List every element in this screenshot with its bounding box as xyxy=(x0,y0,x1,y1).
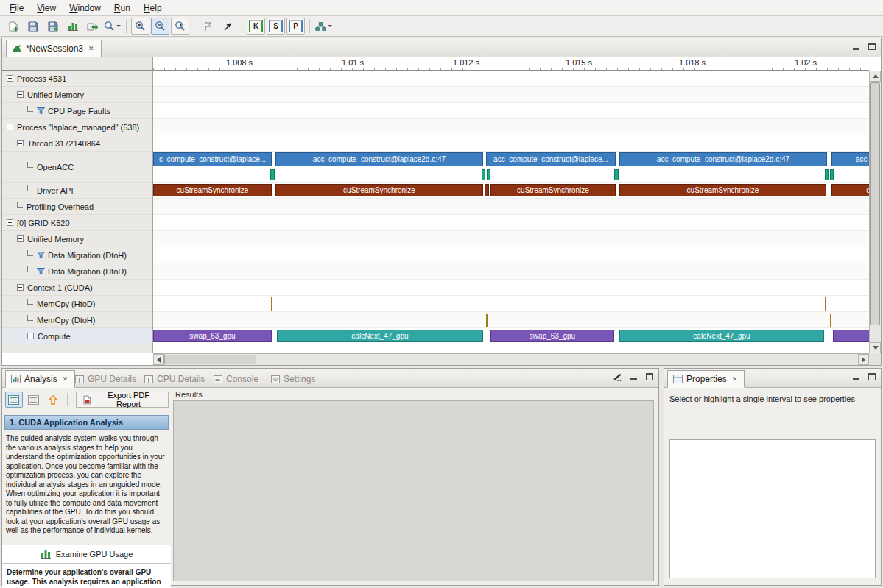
driver-api-interval-small[interactable] xyxy=(485,184,489,196)
openacc-marker[interactable] xyxy=(482,169,485,180)
flag-tool-button[interactable] xyxy=(199,18,217,35)
scroll-up-icon[interactable] xyxy=(870,71,881,82)
tab-gpu-details[interactable]: GPU Details xyxy=(70,370,141,388)
close-icon[interactable]: ✕ xyxy=(87,44,96,53)
tree-row-process-4531[interactable]: Process 4531 xyxy=(2,71,152,87)
openacc-marker[interactable] xyxy=(825,169,829,180)
tree-row-unified-memory[interactable]: Unified Memory xyxy=(2,87,152,103)
memcpy-htod-interval[interactable] xyxy=(825,297,826,311)
kernel-interval[interactable]: calcNext_47_gpu xyxy=(619,330,824,342)
save-button[interactable] xyxy=(24,18,42,35)
collapse-icon[interactable] xyxy=(7,219,13,226)
tab-console[interactable]: Console xyxy=(208,370,264,388)
openacc-interval[interactable]: acc_compute_construct@laplace2d.c:47 xyxy=(275,152,483,166)
minimize-icon[interactable] xyxy=(850,42,862,52)
driver-api-interval[interactable]: cuStreamSynchronize xyxy=(619,184,826,196)
filter-icon[interactable] xyxy=(37,268,45,275)
driver-api-interval[interactable]: cuS... xyxy=(831,184,869,196)
collapse-icon[interactable] xyxy=(7,75,13,82)
tab-properties[interactable]: Properties ✕ xyxy=(667,370,745,388)
menu-run[interactable]: Run xyxy=(108,1,137,15)
tree-row-openacc[interactable]: OpenACC xyxy=(2,152,152,183)
vertical-scroll-thumb[interactable] xyxy=(870,82,880,325)
save-as-button[interactable] xyxy=(43,18,62,35)
openacc-interval[interactable]: acc_comp... xyxy=(831,152,869,166)
memcpy-htod-interval[interactable] xyxy=(271,297,272,311)
timeline-chart-button[interactable] xyxy=(63,18,82,35)
tree-row-data-migration-htod[interactable]: Data Migration (HtoD) xyxy=(2,263,152,280)
export-pdf-button[interactable]: Export PDF Report xyxy=(76,392,169,408)
memcpy-dtoh-interval[interactable] xyxy=(486,314,488,327)
tree-row-memcpy-dtoh[interactable]: MemCpy (DtoH) xyxy=(2,312,152,328)
maximize-icon[interactable] xyxy=(644,372,655,383)
kernel-interval[interactable]: calcNext_47_gpu xyxy=(277,330,483,342)
tab-session[interactable]: *NewSession3 ✕ xyxy=(6,40,102,57)
scroll-down-icon[interactable] xyxy=(870,342,881,353)
view-menu-icon[interactable] xyxy=(611,372,623,383)
openacc-marker[interactable] xyxy=(270,169,275,180)
tree-row-memcpy-htod[interactable]: MemCpy (HtoD) xyxy=(2,296,152,312)
openacc-marker[interactable] xyxy=(830,169,834,180)
tree-row-cpu-page-faults[interactable]: CPU Page Faults xyxy=(2,103,152,119)
timeline-tracks[interactable]: c_compute_construct@laplace... acc_compu… xyxy=(153,71,869,353)
kernel-interval[interactable]: swap_63_gpu xyxy=(153,330,272,342)
openacc-interval[interactable]: c_compute_construct@laplace... xyxy=(153,152,272,166)
horizontal-scroll-thumb[interactable] xyxy=(164,355,256,364)
menu-window[interactable]: Window xyxy=(63,1,108,15)
unguided-mode-button[interactable] xyxy=(25,392,43,408)
openacc-interval[interactable]: acc_compute_construct@laplace2d.c:47 xyxy=(619,152,827,166)
menu-file[interactable]: File xyxy=(3,1,30,15)
menu-help[interactable]: Help xyxy=(137,1,169,15)
kernel-interval[interactable]: swap_63_gpu xyxy=(490,330,614,342)
scroll-left-icon[interactable] xyxy=(153,354,164,365)
stream-toggle-button[interactable]: S xyxy=(267,18,285,35)
scroll-right-icon[interactable] xyxy=(858,354,869,365)
collapse-icon[interactable] xyxy=(17,91,24,98)
tree-row-process-laplace[interactable]: Process "laplace_managed" (538) xyxy=(2,119,152,135)
marker-tool-button[interactable] xyxy=(219,18,237,35)
tree-row-compute[interactable]: Compute xyxy=(2,328,152,344)
examine-gpu-usage-button[interactable]: Examine GPU Usage xyxy=(2,545,171,564)
driver-api-interval[interactable]: cuStreamSynchronize xyxy=(275,184,483,196)
zoom-settings-button[interactable] xyxy=(103,18,122,35)
tree-row-context-1[interactable]: Context 1 (CUDA) xyxy=(2,280,152,296)
openacc-marker[interactable] xyxy=(614,169,619,180)
analysis-menu-button[interactable] xyxy=(314,18,333,35)
close-icon[interactable]: ✕ xyxy=(731,375,739,383)
driver-api-interval[interactable]: cuStreamSynchronize xyxy=(153,184,272,196)
horizontal-scrollbar[interactable] xyxy=(153,353,869,365)
new-session-button[interactable] xyxy=(4,18,22,35)
memcpy-dtoh-interval[interactable] xyxy=(830,314,831,327)
close-icon[interactable]: ✕ xyxy=(61,375,70,383)
guided-mode-button[interactable] xyxy=(5,392,23,408)
collapse-icon[interactable] xyxy=(7,124,13,130)
tree-row-gpu-unified-memory[interactable]: Unified Memory xyxy=(2,231,152,247)
openacc-marker[interactable] xyxy=(487,169,490,180)
maximize-icon[interactable] xyxy=(866,42,878,52)
collapse-icon[interactable] xyxy=(17,235,24,242)
collapse-icon[interactable] xyxy=(27,333,34,339)
minimize-icon[interactable] xyxy=(627,372,639,383)
tab-settings[interactable]: Settings xyxy=(266,370,320,388)
filter-icon[interactable] xyxy=(37,252,45,259)
tab-analysis[interactable]: Analysis ✕ xyxy=(5,370,75,388)
menu-view[interactable]: View xyxy=(30,1,63,15)
tree-row-thread[interactable]: Thread 3172140864 xyxy=(2,135,152,152)
tree-row-grid-k520[interactable]: [0] GRID K520 xyxy=(2,215,152,231)
maximize-icon[interactable] xyxy=(866,372,878,383)
kernel-toggle-button[interactable]: K xyxy=(247,18,265,35)
openacc-interval[interactable]: acc_compute_construct@laplace... xyxy=(486,152,616,166)
collapse-icon[interactable] xyxy=(17,284,24,291)
tree-row-driver-api[interactable]: Driver API xyxy=(2,183,152,199)
kernel-interval[interactable] xyxy=(833,330,869,342)
tree-row-profiling-overhead[interactable]: Profiling Overhead xyxy=(2,199,152,215)
minimize-icon[interactable] xyxy=(850,372,862,383)
export-button[interactable] xyxy=(83,18,102,35)
vertical-scrollbar[interactable] xyxy=(869,71,881,353)
filter-icon[interactable] xyxy=(37,107,45,115)
tab-cpu-details[interactable]: CPU Details xyxy=(139,370,210,388)
tree-row-data-migration-dtoh[interactable]: Data Migration (DtoH) xyxy=(2,247,152,263)
driver-api-interval[interactable]: cuStreamSynchronize xyxy=(490,184,616,196)
collapse-icon[interactable] xyxy=(17,140,24,146)
timeline-ruler[interactable]: 1.008 s 1.01 s 1.012 s 1.015 s 1.018 s 1… xyxy=(153,57,869,71)
